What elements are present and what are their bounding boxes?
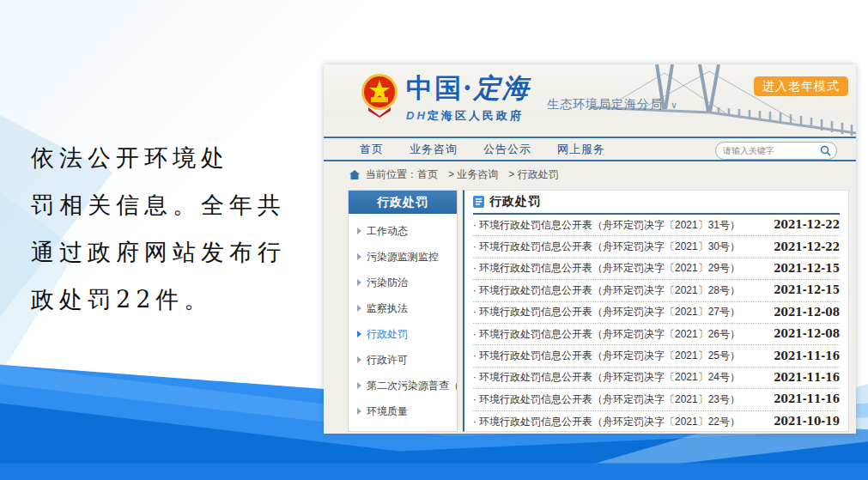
list-item: 环境行政处罚信息公开表（舟环定罚决字〔2021〕28号） 2021-12-15 [473,280,840,301]
arrow-right-icon [357,228,361,234]
arrow-right-icon [357,331,361,337]
sidebar-items: 工作动态 污染源监测监控 污染防治 监察执法 [349,214,457,424]
list-item-date: 2021-11-16 [774,372,840,384]
sidebar-item-label: 行政处罚 [367,327,408,342]
document-icon [473,196,484,208]
sidebar-item-label: 工作动态 [367,224,408,239]
list-item-link[interactable]: 环境行政处罚信息公开表（舟环定罚决字〔2021〕23号） [473,392,740,407]
arrow-right-icon [357,382,361,389]
list-item-date: 2021-10-19 [774,416,840,428]
list-item: 环境行政处罚信息公开表（舟环定罚决字〔2021〕26号） 2021-12-08 [473,324,840,345]
search-box [715,142,837,160]
site-logo: 中国·定海 DH定海区人民政府 [406,70,531,124]
breadcrumb-text[interactable]: 当前位置：首页 > 业务咨询 > 行政处罚 [366,167,559,182]
site-navbar: 首页业务咨询公告公示网上服务 [324,137,856,161]
sidebar-item[interactable]: 环境质量 [349,398,457,424]
sidebar-item[interactable]: 行政许可 [349,347,457,373]
site-header: 中国·定海 DH定海区人民政府 生态环境局定海分局 ∨ 进入老年模式 [324,64,856,137]
sidebar: 行政处罚 工作动态 污染源监测监控 污染防治 [348,190,458,432]
sidebar-item[interactable]: 污染防治 [349,270,457,295]
sidebar-item-label: 污染防治 [367,276,408,290]
list-item: 环境行政处罚信息公开表（舟环定罚决字〔2021〕31号） 2021-12-22 [473,215,840,236]
website-screenshot: 中国·定海 DH定海区人民政府 生态环境局定海分局 ∨ 进入老年模式 首页业务咨… [324,64,856,434]
sidebar-item-label: 第二次污染源普查（已归... [367,379,457,393]
sidebar-title: 行政处罚 [349,191,457,214]
list-item-link[interactable]: 环境行政处罚信息公开表（舟环定罚决字〔2021〕29号） [473,261,740,276]
sidebar-item-label: 监察执法 [367,301,408,316]
arrow-right-icon [357,279,361,286]
list-item-date: 2021-12-08 [774,307,840,319]
list-item-date: 2021-11-16 [774,393,840,405]
chevron-down-icon: ∨ [671,100,678,110]
list-item-link[interactable]: 环境行政处罚信息公开表（舟环定罚决字〔2021〕30号） [473,240,740,254]
list-item: 环境行政处罚信息公开表（舟环定罚决字〔2021〕23号） 2021-11-16 [473,389,840,410]
list-item: 环境行政处罚信息公开表（舟环定罚决字〔2021〕29号） 2021-12-15 [473,258,840,280]
list-item-link[interactable]: 环境行政处罚信息公开表（舟环定罚决字〔2021〕31号） [473,218,740,233]
nav-item[interactable]: 网上服务 [557,142,605,157]
content-title-bar: 行政处罚 [473,191,840,215]
nav-items: 首页业务咨询公告公示网上服务 [360,142,605,157]
caption-line: 罚相关信息。全年共 [31,181,304,228]
sidebar-item-label: 环境质量 [367,404,408,419]
list-item-link[interactable]: 环境行政处罚信息公开表（舟环定罚决字〔2021〕26号） [473,327,740,342]
list-item-date: 2021-12-08 [774,328,840,340]
search-icon[interactable] [820,145,831,156]
sidebar-item[interactable]: 监察执法 [349,295,457,321]
department-selector[interactable]: 生态环境局定海分局 ∨ [547,97,678,112]
list-item-link[interactable]: 环境行政处罚信息公开表（舟环定罚决字〔2021〕28号） [473,283,740,298]
slide-caption: 依法公开环境处罚相关信息。全年共通过政府网站发布行政处罚22件。 [31,134,304,323]
list-item: 环境行政处罚信息公开表（舟环定罚决字〔2021〕25号） 2021-11-16 [473,345,840,367]
sidebar-item[interactable]: 污染源监测监控 [349,244,457,270]
list-item-date: 2021-12-15 [774,284,840,296]
list-item-date: 2021-12-22 [774,219,840,231]
list-item-date: 2021-12-15 [774,263,840,275]
presentation-slide: 依法公开环境处罚相关信息。全年共通过政府网站发布行政处罚22件。 [0,0,868,480]
department-label: 生态环境局定海分局 [547,97,663,111]
site-logo-title: 中国·定海 [406,70,531,106]
list-item-link[interactable]: 环境行政处罚信息公开表（舟环定罚决字〔2021〕24号） [473,370,740,385]
list-item-date: 2021-11-16 [774,350,840,362]
list-item-link[interactable]: 环境行政处罚信息公开表（舟环定罚决字〔2021〕25号） [473,349,740,363]
nav-item[interactable]: 公告公示 [483,142,531,157]
home-icon[interactable] [349,170,360,179]
site-logo-subtitle: DH定海区人民政府 [406,108,531,124]
list-item-link[interactable]: 环境行政处罚信息公开表（舟环定罚决字〔2021〕27号） [473,305,740,319]
list-item: 环境行政处罚信息公开表（舟环定罚决字〔2021〕30号） 2021-12-22 [473,236,840,258]
sidebar-item[interactable]: 第二次污染源普查（已归... [349,373,457,398]
sidebar-item-label: 污染源监测监控 [367,250,439,264]
arrow-right-icon [357,408,361,415]
sidebar-item[interactable]: 工作动态 [349,218,457,244]
sidebar-item-label: 行政许可 [367,353,408,368]
arrow-right-icon [357,305,361,312]
punishment-list: 环境行政处罚信息公开表（舟环定罚决字〔2021〕31号） 2021-12-22 … [473,215,840,433]
sidebar-item[interactable]: 行政处罚 [349,321,457,347]
national-emblem-icon [360,71,399,118]
list-item: 环境行政处罚信息公开表（舟环定罚决字〔2021〕27号） 2021-12-08 [473,302,840,324]
search-input[interactable] [721,145,820,156]
elder-mode-button[interactable]: 进入老年模式 [754,76,848,96]
list-item: 环境行政处罚信息公开表（舟环定罚决字〔2021〕22号） 2021-10-19 [473,411,840,433]
caption-line: 通过政府网站发布行 [31,228,304,276]
list-item: 环境行政处罚信息公开表（舟环定罚决字〔2021〕24号） 2021-11-16 [473,368,840,389]
content-panel: 行政处罚 环境行政处罚信息公开表（舟环定罚决字〔2021〕31号） 2021-1… [463,190,849,432]
nav-item[interactable]: 业务咨询 [410,142,458,157]
list-item-date: 2021-12-22 [774,241,840,253]
caption-line: 政处罚22件。 [31,276,304,323]
content-title: 行政处罚 [489,194,541,210]
arrow-right-icon [357,356,361,363]
caption-line: 依法公开环境处 [31,134,304,181]
arrow-right-icon [357,253,361,260]
breadcrumb: 当前位置：首页 > 业务咨询 > 行政处罚 [349,167,559,182]
nav-item[interactable]: 首页 [360,142,384,157]
list-item-link[interactable]: 环境行政处罚信息公开表（舟环定罚决字〔2021〕22号） [473,415,740,429]
